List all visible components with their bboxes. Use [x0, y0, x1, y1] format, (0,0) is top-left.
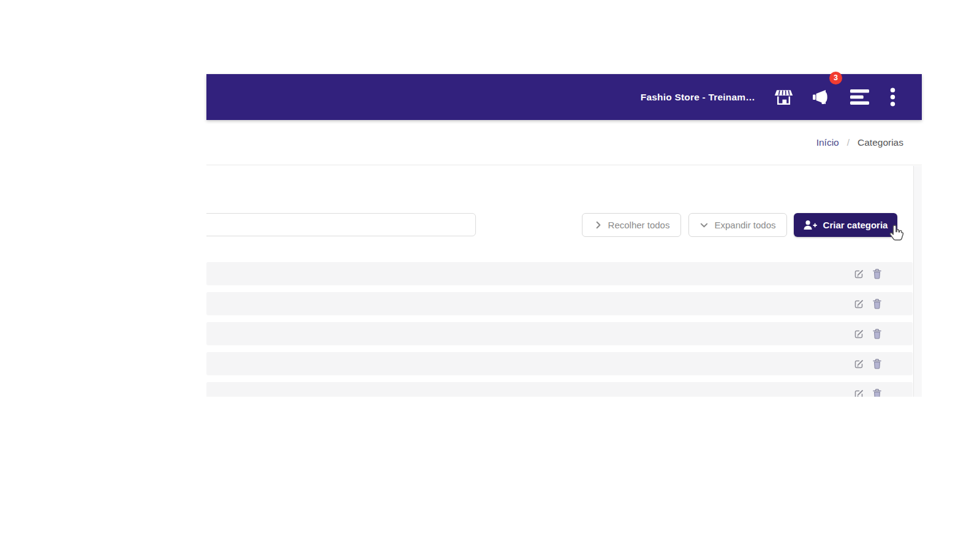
notification-badge: 3 [829, 72, 842, 84]
breadcrumb-current: Categorias [858, 137, 903, 148]
category-search-input[interactable] [206, 213, 476, 236]
collapse-all-label: Recolher todos [608, 220, 670, 230]
edit-icon[interactable] [853, 268, 864, 279]
top-app-bar: Fashio Store - Treinam… 3 [206, 74, 922, 120]
collapse-all-button[interactable]: Recolher todos [582, 213, 681, 237]
expand-all-label: Expandir todos [714, 220, 775, 230]
storefront-icon[interactable] [774, 88, 793, 107]
trash-icon[interactable] [872, 298, 883, 309]
stacked-list-icon[interactable] [850, 88, 869, 107]
scrollbar-gutter[interactable] [913, 166, 922, 397]
trash-icon[interactable] [872, 268, 883, 279]
category-row[interactable] [206, 292, 913, 315]
user-plus-icon [804, 220, 817, 230]
category-list [206, 262, 913, 397]
trash-icon[interactable] [872, 358, 883, 369]
category-row[interactable] [206, 352, 913, 375]
breadcrumb-bar: Início / Categorias [206, 120, 922, 165]
chevron-right-icon [594, 220, 603, 230]
category-row[interactable] [206, 382, 913, 397]
kebab-menu-icon[interactable] [888, 88, 897, 107]
chevron-down-icon [699, 220, 709, 230]
category-row[interactable] [206, 322, 913, 345]
page-canvas: Fashio Store - Treinam… 3 [0, 0, 980, 551]
create-category-button[interactable]: Criar categoria [794, 213, 897, 237]
edit-icon[interactable] [853, 328, 864, 339]
breadcrumb-home-link[interactable]: Início [816, 137, 839, 148]
edit-icon[interactable] [853, 298, 864, 309]
megaphone-icon[interactable]: 3 [812, 88, 831, 107]
categories-content: Recolher todos Expandir todos Cri [206, 166, 922, 397]
breadcrumb-separator: / [847, 137, 850, 148]
edit-icon[interactable] [853, 358, 864, 369]
expand-all-button[interactable]: Expandir todos [688, 213, 787, 237]
create-category-label: Criar categoria [823, 220, 888, 230]
edit-icon[interactable] [853, 388, 864, 397]
category-row[interactable] [206, 262, 913, 285]
app-window: Fashio Store - Treinam… 3 [206, 74, 922, 397]
trash-icon[interactable] [872, 328, 883, 339]
trash-icon[interactable] [872, 388, 883, 397]
store-name: Fashio Store - Treinam… [641, 92, 755, 103]
breadcrumb: Início / Categorias [816, 137, 903, 148]
